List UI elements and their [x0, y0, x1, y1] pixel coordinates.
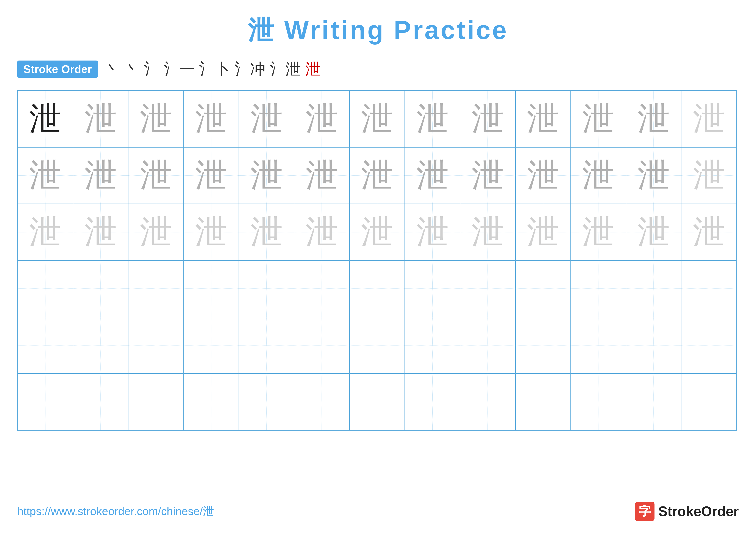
grid-cell[interactable]: [681, 373, 737, 430]
grid-cell[interactable]: [626, 317, 682, 374]
grid-cell[interactable]: 泄: [516, 204, 571, 261]
grid-cell[interactable]: 泄: [626, 204, 682, 261]
grid-cell[interactable]: [681, 261, 737, 317]
grid-cell[interactable]: [571, 373, 626, 430]
grid-cell[interactable]: 泄: [681, 204, 737, 261]
grid-cell[interactable]: [350, 261, 405, 317]
stroke-order-badge: Stroke Order: [17, 61, 98, 78]
grid-cell[interactable]: 泄: [18, 204, 73, 261]
grid-cell[interactable]: [18, 317, 73, 374]
grid-cell[interactable]: 泄: [460, 147, 516, 204]
grid-cell[interactable]: 泄: [571, 91, 626, 147]
stroke-step-8: 泄: [305, 59, 321, 80]
grid-cell[interactable]: 泄: [128, 91, 184, 147]
logo-text: StrokeOrder: [659, 503, 739, 519]
grid-cell[interactable]: [460, 261, 516, 317]
grid-cell[interactable]: [516, 373, 571, 430]
grid-cell[interactable]: [571, 317, 626, 374]
grid-cell[interactable]: 泄: [405, 204, 460, 261]
grid-cell[interactable]: [128, 317, 184, 374]
grid-cell[interactable]: [405, 373, 460, 430]
grid-cell[interactable]: [239, 261, 294, 317]
stroke-steps: 丶 丶 氵 氵一 氵卜 氵冲 氵泄 泄: [104, 59, 321, 80]
grid-cell[interactable]: [184, 261, 239, 317]
grid-cell[interactable]: 泄: [405, 91, 460, 147]
stroke-step-1: 丶: [104, 59, 120, 80]
grid-cell[interactable]: 泄: [626, 91, 682, 147]
grid-cell[interactable]: [460, 373, 516, 430]
grid-cell[interactable]: 泄: [681, 91, 737, 147]
grid-cell[interactable]: 泄: [350, 147, 405, 204]
grid-cell[interactable]: [239, 317, 294, 374]
grid-cell[interactable]: [460, 317, 516, 374]
logo-char: 字: [639, 503, 651, 520]
practice-grid: 泄泄泄泄泄泄泄泄泄泄泄泄泄泄泄泄泄泄泄泄泄泄泄泄泄泄泄泄泄泄泄泄泄泄泄泄泄泄泄: [17, 90, 737, 431]
grid-cell[interactable]: [350, 317, 405, 374]
grid-cell[interactable]: [571, 261, 626, 317]
grid-cell[interactable]: [516, 261, 571, 317]
page-title: 泄 Writing Practice: [17, 13, 739, 48]
grid-cell[interactable]: [73, 373, 128, 430]
footer: https://www.strokeorder.com/chinese/泄 字 …: [17, 502, 739, 521]
grid-cell[interactable]: [405, 317, 460, 374]
grid-cell[interactable]: [73, 317, 128, 374]
grid-cell[interactable]: 泄: [184, 204, 239, 261]
footer-url[interactable]: https://www.strokeorder.com/chinese/泄: [17, 504, 214, 519]
stroke-step-5: 氵卜: [199, 59, 230, 80]
grid-cell[interactable]: 泄: [184, 91, 239, 147]
grid-cell[interactable]: [73, 261, 128, 317]
grid-cell[interactable]: 泄: [516, 91, 571, 147]
grid-cell[interactable]: [128, 261, 184, 317]
grid-cell[interactable]: 泄: [73, 204, 128, 261]
grid-cell[interactable]: [405, 261, 460, 317]
grid-cell[interactable]: 泄: [350, 204, 405, 261]
grid-cell[interactable]: [681, 317, 737, 374]
grid-cell[interactable]: [350, 373, 405, 430]
stroke-step-2: 丶: [124, 59, 140, 80]
grid-cell[interactable]: [184, 317, 239, 374]
page: 泄 Writing Practice Stroke Order 丶 丶 氵 氵一…: [0, 0, 756, 534]
grid-cell[interactable]: 泄: [460, 91, 516, 147]
grid-cell[interactable]: [516, 317, 571, 374]
stroke-step-3: 氵: [144, 59, 159, 80]
stroke-order-row: Stroke Order 丶 丶 氵 氵一 氵卜 氵冲 氵泄 泄: [17, 59, 739, 80]
grid-cell[interactable]: [294, 373, 350, 430]
grid-cell[interactable]: 泄: [294, 147, 350, 204]
grid-cell[interactable]: [294, 317, 350, 374]
grid-cell[interactable]: 泄: [18, 91, 73, 147]
grid-cell[interactable]: 泄: [239, 204, 294, 261]
grid-cell[interactable]: 泄: [294, 91, 350, 147]
grid-cell[interactable]: 泄: [405, 147, 460, 204]
stroke-step-4: 氵一: [164, 59, 195, 80]
grid-cell[interactable]: 泄: [184, 147, 239, 204]
grid-cell[interactable]: 泄: [516, 147, 571, 204]
grid-cell[interactable]: [626, 261, 682, 317]
grid-cell[interactable]: [18, 261, 73, 317]
grid-cell[interactable]: 泄: [571, 204, 626, 261]
grid-cell[interactable]: 泄: [128, 147, 184, 204]
grid-cell[interactable]: [18, 373, 73, 430]
stroke-step-7: 氵泄: [270, 59, 301, 80]
grid-cell[interactable]: 泄: [294, 204, 350, 261]
grid-cell[interactable]: [294, 261, 350, 317]
stroke-step-6: 氵冲: [234, 59, 265, 80]
grid-cell[interactable]: [128, 373, 184, 430]
footer-logo: 字 StrokeOrder: [635, 502, 739, 521]
grid-cell[interactable]: 泄: [239, 147, 294, 204]
grid-cell[interactable]: 泄: [571, 147, 626, 204]
grid-cell[interactable]: 泄: [460, 204, 516, 261]
grid-cell[interactable]: 泄: [73, 147, 128, 204]
grid-cell[interactable]: 泄: [73, 91, 128, 147]
grid-cell[interactable]: [184, 373, 239, 430]
grid-cell[interactable]: 泄: [128, 204, 184, 261]
grid-cell[interactable]: 泄: [681, 147, 737, 204]
grid-cell[interactable]: 泄: [239, 91, 294, 147]
grid-cell[interactable]: 泄: [350, 91, 405, 147]
grid-cell[interactable]: [626, 373, 682, 430]
grid-cell[interactable]: 泄: [626, 147, 682, 204]
logo-icon: 字: [635, 502, 655, 521]
grid-cell[interactable]: [239, 373, 294, 430]
grid-cell[interactable]: 泄: [18, 147, 73, 204]
